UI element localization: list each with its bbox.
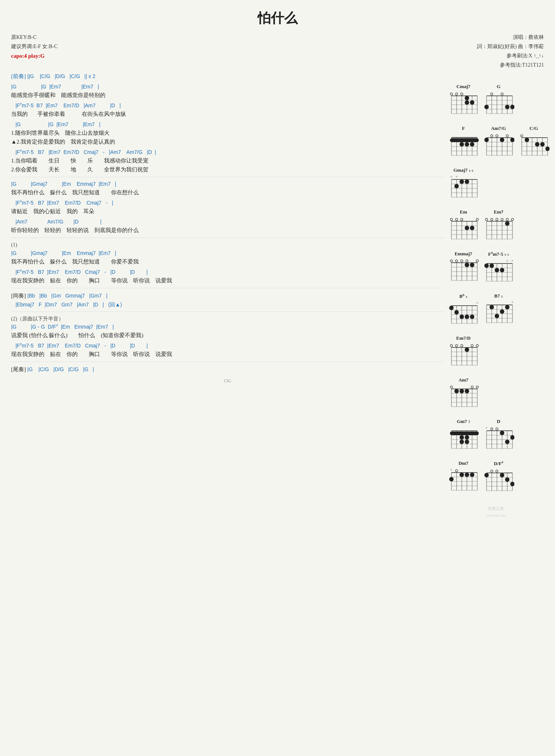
svg-point-30 bbox=[484, 105, 489, 109]
footer-text: CiG bbox=[11, 377, 444, 384]
svg-point-266 bbox=[505, 440, 509, 444]
svg-rect-44 bbox=[450, 138, 479, 142]
svg-point-129 bbox=[506, 218, 508, 221]
prelude-label: [前奏] ||G |C/G |D/G |C/G || x 2 bbox=[11, 73, 95, 79]
svg-point-108 bbox=[450, 218, 453, 221]
svg-point-11 bbox=[450, 93, 453, 95]
svg-text:×: × bbox=[511, 300, 514, 304]
svg-text:×: × bbox=[455, 175, 458, 179]
lyric-line: 1.当你唱着 生日 快 乐 我感动你让我受宠 bbox=[11, 156, 444, 165]
prelude-section: [前奏] ||G |C/G |D/G |C/G || x 2 bbox=[11, 72, 544, 81]
svg-point-96 bbox=[454, 184, 459, 188]
svg-point-131 bbox=[505, 221, 509, 226]
svg-point-31 bbox=[505, 105, 509, 109]
svg-point-165 bbox=[495, 268, 499, 272]
section-group-4: |F#m7-5 B7 |Em7 Em7/D Cmaj7 - |Am7 Am7/G… bbox=[11, 148, 444, 174]
strum: 参考刷法:X ↑_↑↓ bbox=[477, 51, 544, 60]
outro-section: [尾奏] |G |C/G |D/G |C/G |G | bbox=[11, 365, 444, 374]
chord-dm7: Dm7 × bbox=[448, 460, 479, 498]
svg-point-32 bbox=[510, 105, 514, 109]
lyric-line: 现在我安静的 贴在 你的 胸口 等你说 听你说 说爱我 bbox=[11, 276, 444, 285]
chord-line: |F#m7-5 B7 |Em7 Em7/D Cmaj7 - | bbox=[11, 199, 444, 207]
svg-point-62 bbox=[484, 138, 489, 142]
svg-point-216 bbox=[465, 347, 469, 352]
svg-point-145 bbox=[461, 260, 463, 262]
chord-em: Em bbox=[448, 208, 479, 246]
chord-line: |G |G |Em7 |Em7 | bbox=[11, 121, 444, 128]
lyric-line: 请贴近 我的心贴近 我的 耳朵 bbox=[11, 207, 444, 216]
svg-point-64 bbox=[510, 138, 514, 142]
chord-g: G bbox=[483, 83, 514, 121]
section-group-2: |F#m7-5 B7 |Em7 Em7/D |Am7 |D | 当我的 手被你牵… bbox=[11, 102, 444, 118]
chord-row-3: Gmaj7 x x × × bbox=[448, 167, 544, 205]
svg-point-182 bbox=[465, 315, 469, 319]
svg-point-127 bbox=[496, 218, 498, 221]
svg-point-128 bbox=[501, 218, 503, 221]
svg-point-163 bbox=[484, 263, 489, 268]
svg-point-214 bbox=[471, 345, 473, 347]
chorus-section-2: |F#m7-5 B7 |Em7 Em7/D Cmaj7 - | 请贴近 我的心贴… bbox=[11, 199, 444, 216]
section1-2: |F#m7-5 B7 |Em7 Em7/D Cmaj7 - |D |D | 现在… bbox=[11, 268, 444, 285]
svg-point-112 bbox=[461, 218, 463, 221]
svg-point-28 bbox=[491, 93, 493, 95]
outro-label: [尾奏] |G |C/G |D/G |C/G |G | bbox=[11, 365, 444, 374]
lyric-line: 我不再怕什么 躲什么 我只想知道 你爱不爱我 bbox=[11, 257, 444, 266]
chord-row-7: Em7/D bbox=[448, 335, 544, 373]
svg-point-246 bbox=[460, 435, 464, 440]
chord-row-9: Gm7 3 bbox=[448, 418, 544, 456]
chord-am7: Am7 bbox=[448, 376, 479, 414]
svg-point-279 bbox=[455, 470, 458, 472]
svg-point-281 bbox=[460, 473, 464, 477]
watermark-label: 音樂之家yiyuezj.com bbox=[448, 505, 544, 518]
svg-point-144 bbox=[455, 260, 458, 262]
svg-point-180 bbox=[454, 310, 459, 315]
chord-cg: C/G bbox=[518, 125, 549, 163]
svg-text:×: × bbox=[450, 175, 453, 179]
svg-point-265 bbox=[510, 435, 514, 440]
chord-line: |G |Gmaj7 |Em Emmaj7 |Em7 | bbox=[11, 249, 444, 257]
chord-emmaj7: Emmaj7 bbox=[448, 250, 479, 289]
svg-point-198 bbox=[495, 314, 499, 318]
svg-point-211 bbox=[450, 345, 453, 347]
chord-row-1: Cmaj7 bbox=[448, 83, 544, 121]
chord-gm7: Gm7 3 bbox=[448, 418, 479, 456]
section2-1: |G |G - G D/F# |Em Emmaj7 |Em7 | 说爱我 (怕什… bbox=[11, 323, 444, 340]
chord-d: D × bbox=[483, 418, 514, 456]
chord-line: |Am7 Am7/G |D | bbox=[11, 218, 444, 226]
header-left: 原KEY:B-C 建议男调:E-F 女:B-C capo:4 play:G bbox=[11, 33, 58, 70]
svg-point-196 bbox=[490, 305, 494, 309]
svg-point-282 bbox=[465, 473, 469, 477]
svg-point-297 bbox=[484, 473, 489, 477]
svg-text:×: × bbox=[485, 426, 488, 430]
lyric-line: 现在我安静的 贴在 你的 胸口 等你说 听你说 说爱我 bbox=[11, 350, 444, 359]
interlude-section: [间奏] |Bb |Bb |Gm Gmmaj7 |Gm7 | |Ebmaj7 F… bbox=[11, 291, 444, 309]
svg-point-283 bbox=[470, 473, 474, 477]
divider bbox=[11, 177, 444, 177]
svg-point-16 bbox=[465, 96, 469, 100]
chord-em7: Em7 bbox=[483, 208, 514, 246]
original-key: 原KEY:B-C bbox=[11, 33, 58, 42]
svg-point-60 bbox=[496, 135, 498, 137]
svg-point-298 bbox=[500, 473, 504, 477]
chord-em7d: Em7/D bbox=[448, 335, 479, 373]
svg-point-14 bbox=[465, 100, 469, 105]
svg-point-94 bbox=[460, 179, 464, 184]
svg-point-149 bbox=[465, 263, 469, 267]
svg-point-247 bbox=[465, 435, 469, 440]
chord-bb: Bb x × bbox=[448, 292, 479, 331]
svg-point-248 bbox=[460, 440, 464, 444]
section-2-label: (2)（原曲以下升半音） bbox=[11, 315, 444, 323]
svg-point-213 bbox=[461, 345, 463, 347]
finger: 参考指法:T121T121 bbox=[477, 60, 544, 70]
svg-point-183 bbox=[470, 315, 474, 319]
svg-point-300 bbox=[510, 482, 514, 486]
svg-text:×: × bbox=[506, 259, 508, 263]
svg-point-164 bbox=[490, 263, 494, 268]
svg-point-148 bbox=[470, 263, 474, 267]
svg-point-110 bbox=[470, 226, 474, 230]
chord-dfsharp: D/F# bbox=[483, 460, 514, 498]
section1-1: |G |Gmaj7 |Em Emmaj7 |Em7 | 我不再怕什么 躲什么 我… bbox=[11, 249, 444, 266]
interlude-label: [间奏] |Bb |Bb |Gm Gmmaj7 |Gm7 | bbox=[11, 291, 444, 300]
svg-point-125 bbox=[485, 218, 488, 221]
chord-cmaj7: Cmaj7 bbox=[448, 83, 479, 121]
